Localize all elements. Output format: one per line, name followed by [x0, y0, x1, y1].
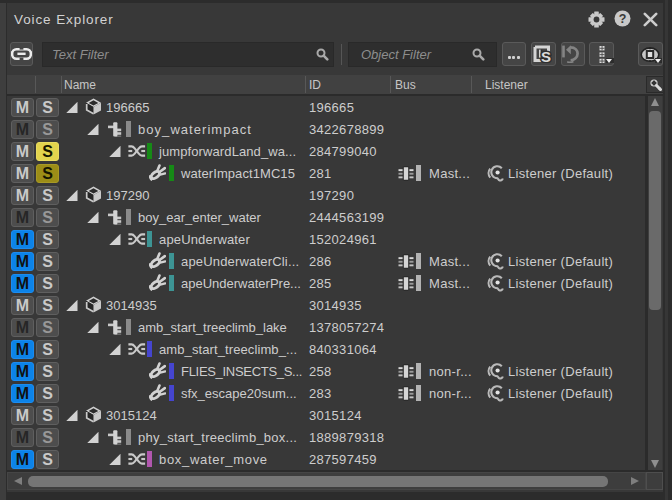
svg-text:S: S: [541, 48, 551, 63]
svg-text:?: ?: [619, 12, 627, 26]
